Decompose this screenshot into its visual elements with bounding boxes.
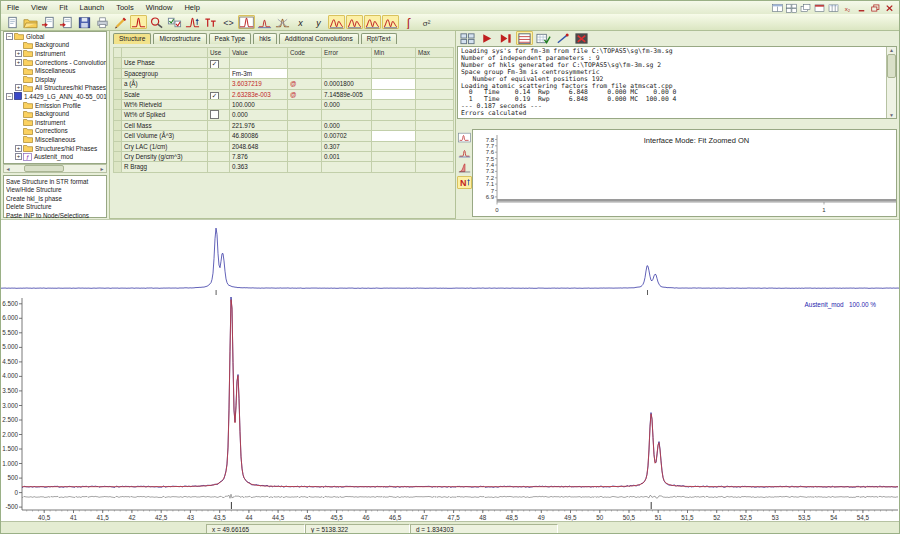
- param-max[interactable]: [416, 131, 454, 141]
- param-value[interactable]: 3.6037219: [230, 79, 288, 89]
- param-code[interactable]: @: [288, 79, 322, 89]
- expander-icon[interactable]: +: [15, 145, 22, 152]
- param-max[interactable]: [416, 100, 454, 110]
- param-code[interactable]: [288, 110, 322, 120]
- row-selector[interactable]: [114, 121, 122, 131]
- row-selector[interactable]: [114, 110, 122, 120]
- x-axis-button-icon[interactable]: x: [292, 15, 309, 29]
- row-selector[interactable]: [114, 90, 122, 100]
- param-min[interactable]: [372, 100, 416, 110]
- scrollbar-thumb[interactable]: [24, 165, 64, 172]
- open-file-icon[interactable]: [22, 15, 39, 29]
- save-file-icon[interactable]: [76, 15, 93, 29]
- row-selector[interactable]: [114, 142, 122, 152]
- row-selector[interactable]: [114, 162, 122, 172]
- menu-help[interactable]: Help: [178, 3, 205, 12]
- row-selector[interactable]: [114, 131, 122, 141]
- row-selector[interactable]: [114, 69, 122, 79]
- superscript-icon[interactable]: x₂: [841, 2, 854, 13]
- menu-window[interactable]: Window: [140, 3, 179, 12]
- param-code[interactable]: [288, 152, 322, 162]
- display-observed-icon[interactable]: [328, 15, 345, 29]
- param-code[interactable]: [288, 131, 322, 141]
- close-icon[interactable]: [883, 2, 896, 13]
- row-selector[interactable]: [114, 79, 122, 89]
- zoom-half-icon[interactable]: [457, 161, 472, 174]
- tree-item-miscellaneous[interactable]: Miscellaneous: [4, 135, 106, 144]
- param-value[interactable]: [230, 58, 288, 68]
- checkbox-checked[interactable]: ✓: [210, 60, 219, 68]
- param-min[interactable]: [372, 121, 416, 131]
- menu-tools[interactable]: Tools: [110, 3, 140, 12]
- zoom-region-icon[interactable]: [238, 15, 255, 29]
- param-max[interactable]: [416, 162, 454, 172]
- zoom-full-icon[interactable]: [457, 131, 472, 144]
- scroll-left-icon[interactable]: ◄: [4, 166, 12, 172]
- param-value[interactable]: Fm-3m: [230, 69, 288, 79]
- expander-icon[interactable]: +: [15, 59, 22, 66]
- expander-icon[interactable]: +: [15, 84, 22, 91]
- zoom-peaks-icon[interactable]: [457, 146, 472, 159]
- import-data-icon[interactable]: [58, 15, 75, 29]
- param-value[interactable]: 46.80086: [230, 131, 288, 141]
- data-columns-icon[interactable]: [827, 2, 840, 13]
- checkbox-unchecked[interactable]: [210, 110, 219, 119]
- expander-icon[interactable]: +: [15, 153, 22, 160]
- action-create-hkl-is-phase[interactable]: Create hkl_Is phase: [6, 195, 104, 203]
- single-peak-icon[interactable]: [256, 15, 273, 29]
- menu-view[interactable]: View: [25, 3, 53, 12]
- tree-item-instrument[interactable]: +Instrument: [4, 49, 106, 58]
- tree-item-1-4429-lg-ann-40-55-001-1s-7[interactable]: −1.4429_LG_ANN_40-55_001_1s_7: [4, 92, 106, 101]
- fit-peaks-icon[interactable]: [130, 15, 147, 29]
- probe-tool-icon[interactable]: [554, 31, 571, 45]
- iteration-mode-icon[interactable]: N: [457, 176, 472, 189]
- param-code[interactable]: [288, 100, 322, 110]
- param-min[interactable]: [372, 58, 416, 68]
- scrollbar-thumb[interactable]: [887, 54, 896, 78]
- display-difference-icon[interactable]: [364, 15, 381, 29]
- view-code-icon[interactable]: <>: [220, 15, 237, 29]
- cumulative-chi2-icon[interactable]: ∫: [400, 15, 417, 29]
- diffraction-chart[interactable]: -50005001.0001.5002.0002.5003.0003.5004.…: [1, 296, 900, 521]
- restore-icon[interactable]: [869, 2, 882, 13]
- cascade-windows-icon[interactable]: [799, 2, 812, 13]
- tree-item-corrections-convolution[interactable]: +Corrections - Convolution: [4, 58, 106, 67]
- param-min[interactable]: [372, 69, 416, 79]
- action-save-structure-in-str-format[interactable]: Save Structure in STR format: [6, 178, 104, 186]
- row-selector[interactable]: [114, 58, 122, 68]
- param-min[interactable]: [372, 90, 416, 100]
- param-max[interactable]: [416, 90, 454, 100]
- param-value[interactable]: 100.000: [230, 100, 288, 110]
- use-checkbox[interactable]: [208, 110, 230, 120]
- tab-additional-convolutions[interactable]: Additional Convolutions: [279, 33, 359, 44]
- insert-peak-icon[interactable]: [184, 15, 201, 29]
- new-window-icon[interactable]: [771, 2, 784, 13]
- param-value[interactable]: 221.976: [230, 121, 288, 131]
- y-axis-button-icon[interactable]: y: [310, 15, 327, 29]
- param-max[interactable]: [416, 79, 454, 89]
- tab-hkls[interactable]: hkls: [253, 33, 277, 44]
- tree-item-all-structures-hkl-phases[interactable]: +All Structures/hkl Phases: [4, 84, 106, 93]
- output-vscrollbar[interactable]: ▲ ▼: [886, 47, 896, 118]
- print-icon[interactable]: [94, 15, 111, 29]
- param-min[interactable]: [372, 131, 416, 141]
- active-window-icon[interactable]: [813, 2, 826, 13]
- peak-search-icon[interactable]: [148, 15, 165, 29]
- param-min[interactable]: [372, 142, 416, 152]
- grid-select-icon[interactable]: [535, 31, 552, 45]
- param-min[interactable]: [372, 162, 416, 172]
- expander-icon[interactable]: −: [6, 33, 13, 40]
- param-code[interactable]: [288, 162, 322, 172]
- use-checkbox[interactable]: ✓: [208, 90, 230, 100]
- fit-progress-chart[interactable]: 6.977.17.27.37.47.57.67.77.801Interface …: [472, 129, 897, 217]
- delete-peak-icon[interactable]: [274, 15, 291, 29]
- overview-chart[interactable]: [1, 219, 900, 297]
- param-max[interactable]: [416, 152, 454, 162]
- tab-rpt-text[interactable]: Rpt/Text: [361, 33, 397, 44]
- tile-output-icon[interactable]: [459, 31, 476, 45]
- param-max[interactable]: [416, 121, 454, 131]
- import-inp-icon[interactable]: [40, 15, 57, 29]
- param-max[interactable]: [416, 58, 454, 68]
- param-value[interactable]: 7.876: [230, 152, 288, 162]
- row-selector[interactable]: [114, 100, 122, 110]
